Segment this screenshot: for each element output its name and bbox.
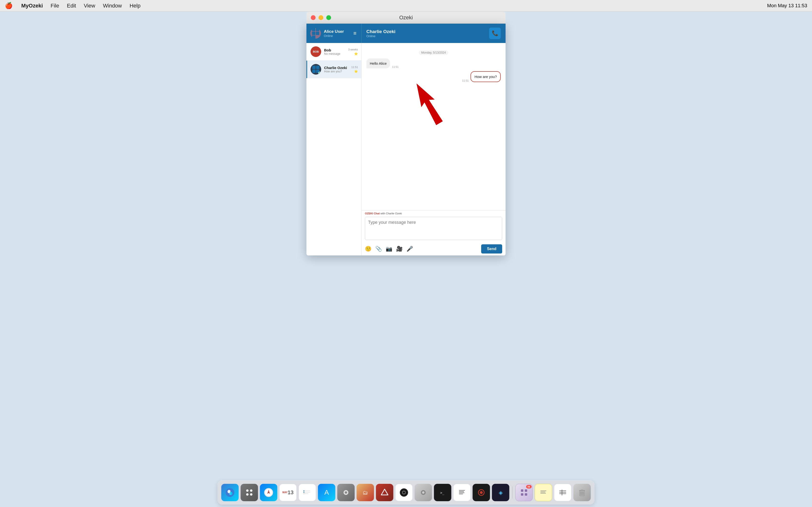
svg-point-7 xyxy=(250,489,253,492)
dock-terminal[interactable]: >_ xyxy=(434,484,451,501)
svg-text:A: A xyxy=(324,489,329,496)
dock-separator xyxy=(512,487,513,499)
close-button[interactable] xyxy=(311,15,316,20)
svg-point-9 xyxy=(250,493,253,496)
dock-ozeki-settings[interactable] xyxy=(415,484,432,501)
svg-rect-53 xyxy=(541,493,546,494)
message-input[interactable] xyxy=(365,217,502,239)
svg-rect-51 xyxy=(541,491,546,491)
ozeki-brand-label: OZEKI Chat xyxy=(365,212,379,215)
dock-calendar[interactable]: MAY 13 xyxy=(280,484,297,501)
dock-appstore[interactable]: A xyxy=(318,484,336,501)
message-row-howareyou: 11:51 How are you? xyxy=(366,71,501,82)
menubar-edit[interactable]: Edit xyxy=(67,3,76,9)
dock-tableplus[interactable] xyxy=(554,484,571,501)
attach-button[interactable]: 📎 xyxy=(375,246,382,252)
svg-rect-38 xyxy=(459,493,464,493)
dock-github-desktop[interactable]: ⬡ xyxy=(395,484,413,501)
contact-item-charlie[interactable]: Charlie Ozeki How are you? 11:51 ⭐ xyxy=(306,61,361,78)
charlie-preview: How are you? xyxy=(324,70,348,73)
dock-system-preferences[interactable] xyxy=(337,484,355,501)
svg-rect-15 xyxy=(305,491,310,491)
svg-point-20 xyxy=(304,493,305,494)
menubar-time: Mon May 13 11:53 xyxy=(767,3,807,8)
svg-rect-47 xyxy=(525,489,527,492)
contact-item-bob[interactable]: BOB Bob No message 3 weeks ⭐ xyxy=(306,43,361,61)
dock-ozeki-main[interactable]: 06 xyxy=(515,484,533,501)
menubar-file[interactable]: File xyxy=(51,3,59,9)
dock-core-data-lab[interactable]: 🗂 xyxy=(357,484,374,501)
dock-tower[interactable] xyxy=(376,484,394,501)
svg-point-8 xyxy=(246,493,249,496)
bob-star[interactable]: ⭐ xyxy=(354,52,358,56)
dock-vscode[interactable]: ◈ xyxy=(492,484,509,501)
svg-rect-58 xyxy=(562,490,562,495)
emoji-button[interactable]: 🙂 xyxy=(365,246,371,252)
dock-safari[interactable] xyxy=(260,484,277,501)
call-button[interactable]: 📞 xyxy=(489,27,501,39)
message-time-howareyou: 11:51 xyxy=(462,79,469,82)
annotation-arrow xyxy=(412,80,444,126)
svg-rect-49 xyxy=(525,493,527,496)
chat-area: Monday, 5/13/2024 Hello Alice 11:51 11:5… xyxy=(361,43,506,256)
charlie-time: 11:51 xyxy=(351,66,358,68)
menubar-help[interactable]: Help xyxy=(130,3,140,9)
chat-toolbar: 🙂 📎 📷 🎥 🎤 Send xyxy=(361,242,506,256)
hamburger-menu-button[interactable]: ≡ xyxy=(352,29,357,38)
date-label: Monday, 5/13/2024 xyxy=(419,50,448,55)
bob-meta: 3 weeks ⭐ xyxy=(348,48,358,56)
svg-rect-52 xyxy=(541,492,546,492)
charlie-avatar xyxy=(311,64,321,74)
message-row-hello: Hello Alice 11:51 xyxy=(366,58,501,68)
ozeki-rest-label: with Charlie Ozeki xyxy=(380,212,402,215)
svg-rect-61 xyxy=(581,489,583,490)
svg-marker-28 xyxy=(382,489,388,495)
svg-point-32 xyxy=(422,491,424,494)
window-titlebar: Ozeki xyxy=(306,12,506,24)
charlie-star[interactable]: ⭐ xyxy=(354,69,358,73)
svg-point-19 xyxy=(304,492,305,493)
apple-menu[interactable]: 🍎 xyxy=(5,2,12,9)
menubar: 🍎 MyOzeki File Edit View Window Help Mon… xyxy=(0,0,812,12)
app-window: Alice User Online ≡ Charlie Ozeki Online… xyxy=(306,24,506,256)
dock-davinci[interactable] xyxy=(473,484,490,501)
bob-time: 3 weeks xyxy=(348,48,358,51)
contacts-sidebar: BOB Bob No message 3 weeks ⭐ xyxy=(306,43,361,256)
message-bubble-hello: Hello Alice xyxy=(366,58,390,68)
bob-name: Bob xyxy=(324,48,345,52)
svg-point-42 xyxy=(480,491,483,494)
svg-rect-55 xyxy=(559,491,566,491)
menubar-right: Mon May 13 11:53 xyxy=(767,3,807,8)
mic-button[interactable]: 🎤 xyxy=(406,246,413,252)
maximize-button[interactable] xyxy=(326,15,331,20)
dock-reminders[interactable] xyxy=(299,484,316,501)
minimize-button[interactable] xyxy=(318,15,323,20)
camera-button[interactable]: 📷 xyxy=(386,246,392,252)
online-indicator xyxy=(318,72,321,74)
dock-textedit[interactable] xyxy=(453,484,471,501)
menubar-view[interactable]: View xyxy=(84,3,95,9)
dock-notes[interactable] xyxy=(535,484,552,501)
dock-finder[interactable] xyxy=(221,484,239,501)
contact-name-header: Charlie Ozeki xyxy=(366,29,395,34)
menubar-app-name[interactable]: MyOzeki xyxy=(21,3,43,9)
header-right: Charlie Ozeki Online 📞 xyxy=(361,24,506,43)
ozeki-badge: 06 xyxy=(526,485,531,489)
charlie-meta: 11:51 ⭐ xyxy=(351,66,358,73)
svg-rect-16 xyxy=(305,492,310,493)
dock-launchpad[interactable] xyxy=(241,484,258,501)
ozeki-chat-label: OZEKI Chat with Charlie Ozeki xyxy=(361,211,506,215)
svg-rect-57 xyxy=(559,494,566,494)
bob-contact-info: Bob No message xyxy=(324,48,345,56)
svg-text:⬡: ⬡ xyxy=(402,490,406,495)
app-header: Alice User Online ≡ Charlie Ozeki Online… xyxy=(306,24,506,43)
video-button[interactable]: 🎥 xyxy=(396,246,403,252)
window-title: Ozeki xyxy=(399,14,413,21)
traffic-lights xyxy=(311,15,331,20)
menubar-window[interactable]: Window xyxy=(103,3,122,9)
dock-trash[interactable] xyxy=(573,484,591,501)
svg-marker-0 xyxy=(412,80,444,126)
send-button[interactable]: Send xyxy=(481,244,502,253)
svg-rect-46 xyxy=(521,489,523,492)
svg-rect-39 xyxy=(459,494,463,494)
